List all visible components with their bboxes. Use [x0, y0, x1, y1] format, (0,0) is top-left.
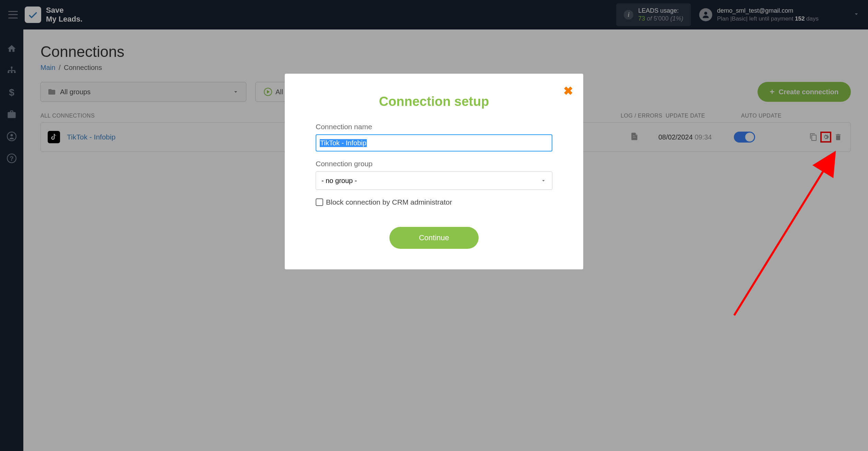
- connection-group-label: Connection group: [316, 160, 552, 168]
- checkbox-icon[interactable]: [316, 198, 323, 206]
- continue-button[interactable]: Continue: [389, 227, 479, 249]
- close-icon[interactable]: ✖: [563, 84, 573, 98]
- connection-name-input[interactable]: TikTok - Infobip: [316, 134, 552, 151]
- connection-name-label: Connection name: [316, 123, 552, 131]
- block-connection-checkbox-row[interactable]: Block connection by CRM administrator: [316, 198, 552, 206]
- connection-setup-modal: ✖ Connection setup Connection name TikTo…: [285, 74, 583, 269]
- connection-group-select[interactable]: - no group -: [316, 171, 552, 190]
- chevron-down-icon: [540, 178, 547, 184]
- modal-title: Connection setup: [316, 94, 552, 109]
